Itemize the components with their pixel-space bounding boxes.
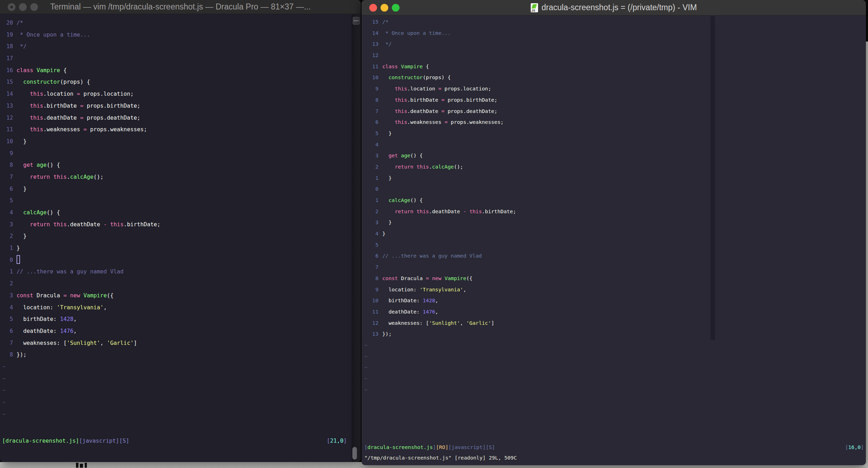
token: props.deathDate; — [83, 114, 140, 121]
line-number: 17 — [2, 52, 13, 64]
token: ({ — [466, 275, 473, 281]
line-number: 3 — [2, 290, 13, 302]
token: , — [74, 316, 77, 322]
token: return — [395, 164, 413, 170]
code-text: } — [17, 135, 27, 147]
zoom-button[interactable] — [30, 3, 38, 11]
code-line: 7 this.deathDate = props.deathDate; — [364, 106, 866, 117]
token: = — [445, 119, 448, 125]
code-line: 20/* — [2, 17, 352, 29]
close-button[interactable] — [8, 3, 15, 11]
token: */ — [17, 43, 27, 50]
token: [ — [327, 437, 330, 444]
empty-buffer-line: ~ — [364, 362, 866, 373]
token: .location — [407, 86, 438, 91]
token — [398, 152, 401, 158]
code-line: 1} — [2, 242, 352, 254]
token: calcAge — [23, 209, 47, 216]
empty-buffer-line: ~ — [364, 384, 866, 396]
token: ] — [861, 444, 864, 450]
code-text: } — [382, 172, 392, 184]
token: (props) { — [423, 74, 451, 80]
line-number: 0 — [2, 254, 13, 266]
code-text: deathDate: 1476, — [382, 306, 438, 317]
line-number: 14 — [364, 27, 378, 39]
vim-text-area-left[interactable]: 20/*19 * Once upon a time...18 */1716cla… — [0, 14, 352, 462]
token: Vampire — [445, 275, 466, 281]
line-number: 7 — [364, 106, 378, 117]
code-text: weaknesses: ['Sunlight', 'Garlic'] — [17, 337, 137, 349]
statusline-cursor-position: [16,0] — [845, 444, 864, 450]
close-button[interactable] — [369, 4, 377, 12]
code-text: return this.deathDate - this.birthDate; — [382, 206, 516, 217]
empty-buffer-line: ~ — [364, 340, 866, 351]
code-line: 12 weaknesses: ['Sunlight', 'Garlic'] — [364, 317, 866, 329]
code-text: */ — [17, 40, 27, 52]
token: ({ — [107, 292, 114, 299]
split-pane-button[interactable] — [353, 17, 360, 25]
token: .birthDate — [407, 97, 441, 103]
macvim-window-title: JS dracula-screenshot.js = (/private/tmp… — [531, 3, 697, 12]
minimize-button[interactable] — [19, 3, 27, 11]
token: , — [103, 304, 107, 311]
background-text-fragment — [80, 464, 83, 468]
token: this — [395, 86, 407, 91]
code-text: class Vampire { — [17, 64, 67, 76]
token: Dracula — [33, 292, 64, 299]
vim-message-line: "/tmp/dracula-screenshot.js" [readonly] … — [364, 455, 864, 461]
token: { — [60, 67, 67, 74]
token: . — [67, 173, 70, 180]
macvim-title-text: dracula-screenshot.js = (/private/tmp) -… — [542, 3, 697, 12]
code-text: calcAge() { — [382, 195, 423, 206]
line-number: 7 — [364, 261, 378, 273]
code-text: birthDate: 1428, — [382, 295, 438, 306]
document-proxy-icon[interactable]: JS — [531, 3, 538, 12]
terminal-titlebar[interactable]: Terminal — vim /tmp/dracula-screenshot.j… — [0, 0, 361, 14]
token: .weaknesses — [407, 119, 445, 125]
token: .deathDate — [429, 208, 463, 214]
token: = — [80, 102, 84, 109]
code-line: 2 — [2, 278, 352, 290]
minimize-button[interactable] — [381, 4, 388, 12]
token — [382, 152, 389, 158]
code-line: 11 deathDate: 1476, — [364, 306, 866, 317]
line-number: 20 — [2, 17, 13, 29]
token: * Once upon a time... — [17, 31, 90, 38]
desktop: Terminal — vim /tmp/dracula-screenshot.j… — [0, 0, 868, 468]
line-number: 15 — [364, 16, 378, 27]
token — [382, 86, 395, 91]
token: } — [382, 175, 392, 181]
code-text: } — [382, 228, 385, 239]
empty-buffer-line: ~ — [2, 373, 352, 385]
terminal-scrollbar-thumb[interactable] — [352, 447, 357, 460]
token: - — [103, 221, 107, 228]
line-number: 3 — [2, 219, 13, 230]
code-text: get age() { — [17, 159, 60, 171]
token: 16,0 — [848, 444, 861, 450]
token: , — [100, 340, 107, 346]
code-line: 4} — [364, 228, 866, 239]
code-line: 18 */ — [2, 40, 352, 52]
token: ] — [491, 320, 494, 326]
line-number: 13 — [2, 100, 13, 112]
line-number: 12 — [364, 50, 378, 61]
vim-statusline-left: [dracula-screenshot.js][javascript][S] [… — [2, 437, 347, 444]
code-text: }); — [17, 349, 27, 361]
token: dracula-screenshot.js — [368, 444, 433, 450]
code-line: 1 calcAge() { — [364, 195, 866, 206]
token: .deathDate — [43, 114, 80, 121]
zoom-button[interactable] — [392, 4, 400, 12]
macvim-titlebar[interactable]: JS dracula-screenshot.js = (/private/tmp… — [362, 0, 866, 15]
line-number: 6 — [2, 183, 13, 195]
code-line: 15 constructor(props) { — [2, 76, 352, 88]
token — [50, 221, 53, 228]
line-number: 1 — [364, 172, 378, 184]
token: 'Sunlight' — [67, 340, 100, 346]
token — [50, 173, 53, 180]
token: } — [17, 138, 27, 145]
vim-text-area-right[interactable]: 15/*14 * Once upon a time...13 */1211cla… — [362, 15, 866, 446]
line-number: 2 — [2, 278, 13, 290]
token: this — [395, 97, 407, 103]
token: props.location; — [441, 86, 491, 91]
code-text: */ — [382, 38, 392, 50]
